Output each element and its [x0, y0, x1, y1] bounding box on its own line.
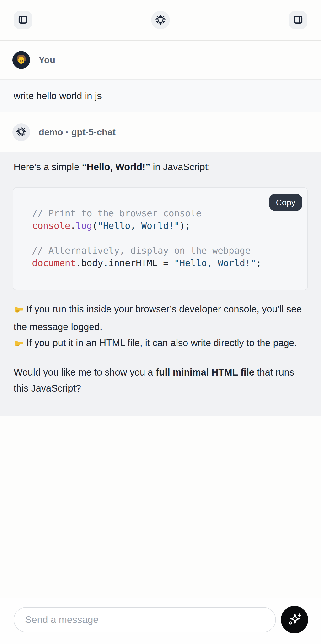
- code-block: Copy // Print to the browser consolecons…: [13, 187, 308, 290]
- pointing-right-hand-icon: 👉: [13, 336, 24, 352]
- user-message-bubble: write hello world in js: [0, 79, 321, 112]
- assistant-message-bubble: Here’s a simple “Hello, World!” in JavaS…: [0, 152, 321, 416]
- message-input[interactable]: [13, 607, 276, 632]
- assistant-question-paragraph: Would you like me to show you a full min…: [13, 364, 308, 396]
- sidebar-right-icon: [293, 14, 304, 26]
- assistant-intro-paragraph: Here’s a simple “Hello, World!” in JavaS…: [13, 159, 308, 175]
- user-message-text: write hello world in js: [13, 90, 102, 101]
- sparkle-icon: [287, 612, 302, 628]
- assistant-message-header: demo · gpt-5-chat: [0, 112, 321, 152]
- composer-bar: [0, 598, 321, 644]
- user-avatar-emoji: [15, 53, 27, 67]
- code-line: [32, 232, 303, 244]
- pointing-right-hand-icon: 👉: [13, 303, 24, 319]
- top-bar: [0, 0, 321, 41]
- assistant-name-label: demo · gpt-5-chat: [39, 127, 116, 138]
- model-spark-button[interactable]: [151, 11, 170, 30]
- starburst-icon: [16, 126, 26, 138]
- user-message-header: You: [0, 41, 321, 79]
- send-button[interactable]: [281, 606, 308, 633]
- assistant-avatar: [12, 123, 30, 141]
- code-line: document.body.innerHTML = "Hello, World!…: [32, 257, 303, 269]
- chat-scroll-area[interactable]: [0, 416, 321, 598]
- copy-code-button[interactable]: Copy: [269, 194, 302, 211]
- user-avatar: [12, 51, 30, 69]
- user-name-label: You: [39, 55, 55, 65]
- note-paragraph: 👉If you put it in an HTML file, it can a…: [13, 335, 308, 352]
- assistant-notes: 👉If you run this inside your browser’s d…: [13, 301, 308, 352]
- sidebar-left-icon: [17, 14, 28, 26]
- sidebar-left-toggle-button[interactable]: [13, 11, 32, 30]
- code-line: // Alternatively, display on the webpage: [32, 244, 303, 257]
- starburst-icon: [155, 14, 166, 26]
- sidebar-right-toggle-button[interactable]: [289, 11, 308, 30]
- code-line: // Print to the browser console: [32, 207, 303, 220]
- code-lines: // Print to the browser consoleconsole.l…: [32, 207, 303, 269]
- note-paragraph: 👉If you run this inside your browser’s d…: [13, 301, 308, 335]
- code-line: console.log("Hello, World!");: [32, 220, 303, 232]
